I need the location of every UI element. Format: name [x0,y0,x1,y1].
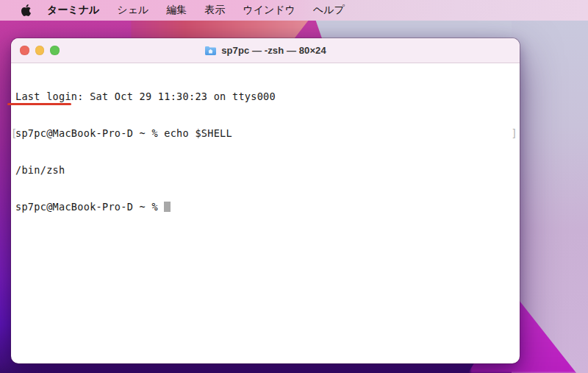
menu-bar: ターミナル シェル 編集 表示 ウインドウ ヘルプ [0,0,588,21]
red-underline-annotation [7,103,71,105]
menu-window[interactable]: ウインドウ [234,0,304,21]
window-titlebar[interactable]: sp7pc — -zsh — 80×24 [11,38,520,63]
menu-shell[interactable]: シェル [108,0,157,21]
zoom-button[interactable] [50,46,60,55]
terminal-window: sp7pc — -zsh — 80×24 Last login: Sat Oct… [11,38,520,363]
minimize-button[interactable] [35,46,45,55]
terminal-line-3-output: /bin/zsh [15,164,515,177]
apple-menu[interactable] [18,0,34,21]
home-folder-icon [204,46,217,56]
command-start-mark: [ [11,127,17,140]
terminal-line-1: Last login: Sat Oct 29 11:30:23 on ttys0… [15,90,515,103]
apple-logo-icon [21,4,31,16]
title-area: sp7pc — -zsh — 80×24 [11,38,520,63]
desktop: ターミナル シェル 編集 表示 ウインドウ ヘルプ [0,0,588,373]
close-button[interactable] [20,46,29,55]
window-title: sp7pc — -zsh — 80×24 [221,45,326,56]
terminal-line-4-prompt: sp7pc@MacBook-Pro-D ~ % [15,201,515,213]
menu-view[interactable]: 表示 [196,0,234,21]
menu-help[interactable]: ヘルプ [304,0,354,21]
menu-terminal[interactable]: ターミナル [38,0,108,21]
terminal-line-2: [sp7pc@MacBook-Pro-D ~ % echo $SHELL] [15,127,515,140]
menu-edit[interactable]: 編集 [157,0,196,21]
terminal-cursor [164,202,171,213]
terminal-content[interactable]: Last login: Sat Oct 29 11:30:23 on ttys0… [11,63,520,363]
command-end-mark: ] [512,127,517,140]
traffic-lights [20,46,60,55]
